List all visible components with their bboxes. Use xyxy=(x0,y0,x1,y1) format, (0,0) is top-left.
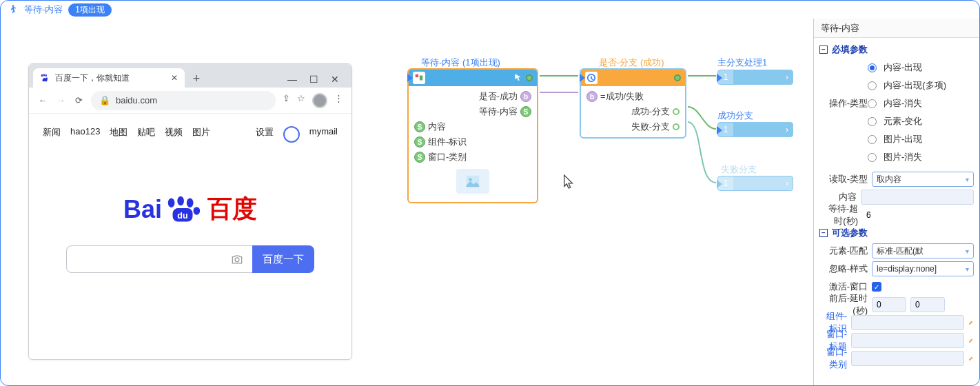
svg-point-2 xyxy=(177,196,184,205)
activate-win-checkbox[interactable]: ✓ xyxy=(872,282,881,292)
lock-icon: 🔒 xyxy=(99,95,110,105)
url-text: baidu.com xyxy=(116,95,157,105)
user-avatar-icon[interactable] xyxy=(283,126,300,143)
svg-point-10 xyxy=(469,178,472,181)
window-close-icon[interactable]: ✕ xyxy=(331,74,339,85)
link-news[interactable]: 新闻 xyxy=(43,126,61,143)
link-map[interactable]: 地图 xyxy=(110,126,127,143)
tab-title: 百度一下，你就知道 xyxy=(55,72,130,84)
branch-node[interactable]: b=成功/失败 成功-分支 失败-分支 xyxy=(580,68,686,139)
url-input[interactable]: 🔒 baidu.com xyxy=(91,91,276,110)
op-type-label: 操作-类型 xyxy=(819,59,868,166)
port-bool[interactable]: b xyxy=(520,91,531,102)
port-string[interactable]: S xyxy=(414,121,425,132)
node-header[interactable] xyxy=(409,70,537,86)
search-button[interactable]: 百度一下 xyxy=(252,245,314,273)
ep-main-node[interactable]: 1› xyxy=(717,70,793,85)
window-maximize-icon[interactable]: ☐ xyxy=(309,74,318,85)
edit-icon[interactable] xyxy=(968,354,974,363)
port-bool[interactable]: b xyxy=(586,91,598,102)
elem-match-select[interactable]: 标准-匹配(默▾ xyxy=(872,243,974,258)
canvas[interactable]: 百度一下，你就知道 ✕ + — ☐ ✕ ← → ⟳ 🔒 xyxy=(1,19,813,385)
optional-section-header[interactable]: − 可选参数 xyxy=(819,227,974,239)
delay-after-input[interactable] xyxy=(910,297,945,312)
radio-content-appear-multi[interactable] xyxy=(868,81,877,90)
comp-id-input[interactable] xyxy=(851,315,964,330)
node-input-port[interactable] xyxy=(407,74,413,82)
collapse-icon[interactable]: − xyxy=(819,45,828,54)
wait-content-node[interactable]: 是否-成功b 等待-内容S S内容 S组件-标识 S窗口-类别 xyxy=(407,68,538,203)
link-tieba[interactable]: 贴吧 xyxy=(137,126,155,143)
exec-out-port[interactable] xyxy=(674,74,681,81)
node-input-port[interactable] xyxy=(580,74,585,82)
back-icon[interactable]: ← xyxy=(37,95,48,105)
link-image[interactable]: 图片 xyxy=(192,126,210,143)
win-title-input[interactable] xyxy=(851,333,964,348)
port-out[interactable] xyxy=(673,108,680,115)
new-tab-button[interactable]: + xyxy=(187,70,205,88)
star-icon[interactable]: ☆ xyxy=(297,93,305,108)
radio-image-disappear[interactable] xyxy=(868,153,877,162)
content-input[interactable] xyxy=(861,190,974,205)
tab-close-icon[interactable]: ✕ xyxy=(171,73,178,83)
browser-tab[interactable]: 百度一下，你就知道 ✕ xyxy=(33,68,185,88)
walk-icon xyxy=(8,4,19,15)
svg-point-7 xyxy=(235,258,239,262)
row-wait-label: 等待-内容 xyxy=(479,105,518,118)
window-minimize-icon[interactable]: — xyxy=(287,74,297,85)
search-box: 百度一下 xyxy=(66,245,314,273)
link-hao123[interactable]: hao123 xyxy=(70,126,100,143)
chevron-down-icon: ▾ xyxy=(966,265,969,273)
panel-tab[interactable]: 等待-内容 xyxy=(814,19,979,38)
read-type-select[interactable]: 取内容▾ xyxy=(872,172,974,187)
svg-rect-8 xyxy=(416,74,418,77)
required-label: 必填参数 xyxy=(832,43,868,56)
svg-text:du: du xyxy=(177,210,187,220)
chevron-down-icon: ▾ xyxy=(966,176,969,183)
row-success-label: 是否-成功 xyxy=(479,90,518,103)
row-fail-label: 失败-分支 xyxy=(631,121,670,133)
edit-icon[interactable] xyxy=(968,336,974,345)
svg-rect-9 xyxy=(420,76,422,81)
radio-image-appear[interactable] xyxy=(868,135,877,144)
username[interactable]: mymail xyxy=(309,126,338,143)
win-class-input[interactable] xyxy=(851,351,964,366)
topbar-badge: 1项出现 xyxy=(68,3,112,17)
content-label: 内容 xyxy=(819,191,857,203)
activate-win-label: 激活-窗口 xyxy=(819,281,868,293)
menu-icon[interactable]: ⋮ xyxy=(334,93,343,108)
port-string[interactable]: S xyxy=(414,152,425,163)
wait-timeout-input[interactable] xyxy=(862,207,974,223)
win-class-label[interactable]: 窗口-类别 xyxy=(819,346,847,371)
top-bar: 等待-内容 1项出现 xyxy=(1,1,979,19)
radio-content-disappear[interactable] xyxy=(868,99,877,108)
required-section-header[interactable]: − 必填参数 xyxy=(819,43,974,56)
exec-out-port[interactable] xyxy=(526,74,533,81)
ep-ok-node[interactable]: 1› xyxy=(717,122,793,137)
ignore-style-select[interactable]: le=display:none]▾ xyxy=(872,261,974,276)
image-placeholder[interactable] xyxy=(456,169,489,194)
search-input[interactable] xyxy=(66,245,252,273)
collapse-icon[interactable]: − xyxy=(819,229,828,237)
forward-icon[interactable]: → xyxy=(55,95,66,105)
port-out[interactable] xyxy=(673,123,680,130)
branch-header[interactable] xyxy=(581,70,685,86)
node-title: 等待-内容 (1项出现) xyxy=(421,57,500,69)
camera-icon[interactable] xyxy=(230,252,244,266)
edit-icon[interactable] xyxy=(968,318,974,327)
cursor-icon xyxy=(562,174,575,190)
svg-point-4 xyxy=(194,207,201,215)
optional-label: 可选参数 xyxy=(832,227,868,239)
share-icon[interactable]: ⇪ xyxy=(283,93,290,108)
link-settings[interactable]: 设置 xyxy=(256,126,274,143)
radio-content-appear[interactable] xyxy=(868,63,877,72)
link-video[interactable]: 视频 xyxy=(165,126,183,143)
profile-avatar[interactable] xyxy=(312,93,327,108)
reload-icon[interactable]: ⟳ xyxy=(73,95,84,105)
branch-title: 是否-分支 (成功) xyxy=(599,57,664,69)
port-string[interactable]: S xyxy=(414,136,425,148)
delay-before-input[interactable] xyxy=(872,297,906,312)
radio-element-change[interactable] xyxy=(868,117,877,126)
ep-fail-node[interactable]: 1› xyxy=(717,176,793,191)
port-string[interactable]: S xyxy=(520,106,531,117)
